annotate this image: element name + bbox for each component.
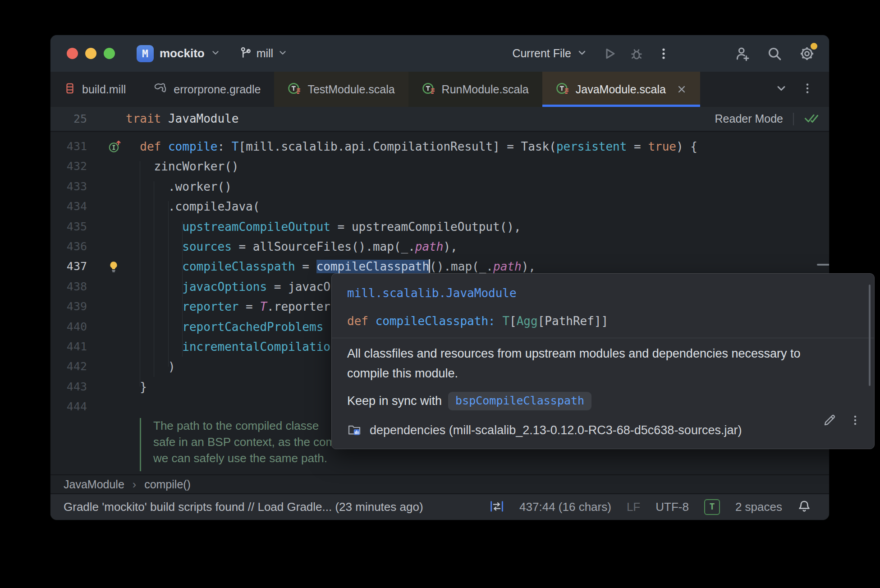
divider [332,338,874,338]
tab-build-mill[interactable]: build.mill [50,72,139,107]
status-message[interactable]: Gradle 'mockito' build scripts found // … [64,500,423,514]
project-widget[interactable]: M mockito [137,45,220,62]
notifications-bell-icon[interactable] [798,500,811,515]
doc-options-kebab-icon[interactable] [849,414,862,428]
line-number: 431 [50,137,87,156]
zoom-window-button[interactable] [104,48,115,59]
code-line[interactable]: 431 def compile: T[mill.scalalib.api.Com… [50,137,829,157]
code-text: incrementalCompilatio [126,337,330,357]
tab-javamodule-scala[interactable]: JavaModule.scala [542,72,700,107]
line-separator-value[interactable]: LF [627,500,640,514]
desktop-background: M mockito mill Current [0,0,880,588]
doc-popup-actions [823,413,862,429]
close-window-button[interactable] [67,48,78,59]
chevron-down-icon [211,48,220,60]
run-button[interactable] [599,43,620,64]
minimize-window-button[interactable] [85,48,96,59]
settings-notification-dot [809,41,819,51]
line-number: 444 [50,397,87,417]
breadcrumb: JavaModule › compile() [50,474,829,493]
breadcrumb-item-compile[interactable]: compile() [144,478,191,491]
editor-tabbar: build.mill errorprone.gradle [50,72,829,107]
more-actions-kebab-icon[interactable] [653,43,674,64]
doc-source-row[interactable]: dependencies (mill-scalalib_2.13-0.12.0-… [347,423,742,438]
file-encoding[interactable]: UTF-8 [655,500,689,514]
code-text: javacOptions = javacO [126,277,330,297]
tab-label: JavaModule.scala [576,83,666,96]
intention-bulb-icon[interactable] [107,260,120,275]
line-separator-transfer-icon[interactable] [490,500,504,514]
reader-mode-widget: Reader Mode [715,107,819,131]
window-controls [67,48,115,59]
doc-sync-row: Keep in sync with bspCompileClasspath [347,392,591,410]
run-configuration-name: Current File [512,47,571,60]
line-number: 440 [50,317,87,337]
doc-comment-line: The path to the compiled classe [153,419,319,433]
branch-name: mill [257,47,274,60]
line-number: 434 [50,197,87,216]
code-with-me-add-user-icon[interactable] [732,43,752,64]
tab-label: TestModule.scala [307,83,394,96]
tab-testmodule-scala[interactable]: TestModule.scala [274,72,408,107]
quick-documentation-popup[interactable]: mill.scalalib.JavaModule def compileClas… [331,273,875,449]
line-number: 436 [50,237,87,257]
breadcrumb-item-javamodule[interactable]: JavaModule [64,478,124,491]
tab-label: errorprone.gradle [174,83,261,96]
status-widgets: 437:44 (16 chars) LF UTF-8 T 2 spaces [490,499,811,515]
code-line[interactable]: 435 upstreamCompileOutput = upstreamComp… [50,217,829,237]
doc-comment-bar [140,418,141,471]
tab-label: RunModule.scala [442,83,529,96]
code-line[interactable]: 436 sources = allSourceFiles().map(_.pat… [50,237,829,257]
file-type-badge[interactable]: T [704,499,720,515]
doc-owner-link[interactable]: mill.scalalib.JavaModule [347,285,517,301]
sticky-lines-header[interactable]: 25 trait JavaModule Reader Mode [50,107,829,132]
edit-pencil-icon[interactable] [823,413,836,429]
settings-gear-icon[interactable] [797,43,817,64]
line-number: 432 [50,156,87,176]
code-text: .compileJava( [126,197,260,216]
code-line[interactable]: 432 zincWorker() [50,156,829,177]
scala-trait-icon [422,82,435,97]
line-number: 443 [50,377,87,397]
tab-options-kebab-icon[interactable] [801,82,814,96]
tab-list-chevron-icon[interactable] [775,82,788,96]
debug-button[interactable] [626,43,647,64]
close-tab-icon[interactable] [677,84,687,94]
code-line[interactable]: 434 .compileJava( [50,197,829,217]
reader-mode-check-icon[interactable] [804,112,819,126]
titlebar: M mockito mill Current [50,35,829,72]
code-line[interactable]: 433 .worker() [50,177,829,197]
line-number: 437 [50,257,87,276]
project-icon: M [137,45,154,62]
caret-position[interactable]: 437:44 (16 chars) [519,500,611,514]
chevron-down-icon [278,48,288,60]
indent-setting[interactable]: 2 spaces [735,500,782,514]
line-number: 441 [50,337,87,357]
divider [793,113,794,125]
reader-mode-label: Reader Mode [715,112,783,125]
gradle-elephant-icon [153,82,167,96]
code-text: .worker() [126,177,232,197]
vcs-branch-widget[interactable]: mill [239,46,288,61]
run-configuration-selector[interactable]: Current File [512,47,587,60]
mill-file-icon [64,82,76,97]
scrollbar-mark[interactable] [817,264,829,266]
line-number: 433 [50,177,87,197]
code-text: def compile: T[mill.scalalib.api.Compila… [126,137,697,156]
code-text: reportCachedProblems [126,317,330,337]
doc-signature: def compileClasspath: T[Agg[PathRef]] [347,313,608,329]
tab-errorprone-gradle[interactable]: errorprone.gradle [139,72,274,107]
doc-sync-text: Keep in sync with [347,394,442,408]
code-text: ) [126,357,175,377]
project-name: mockito [160,46,205,60]
search-everywhere-icon[interactable] [764,43,785,64]
code-text: upstreamCompileOutput = upstreamCompileO… [126,217,521,237]
bsp-compile-classpath-link[interactable]: bspCompileClasspath [448,392,591,410]
popup-scrollbar[interactable] [869,285,871,386]
tab-runmodule-scala[interactable]: RunModule.scala [408,72,542,107]
doc-comment-line: we can safely use the same path. [153,451,327,465]
sticky-line-number: 25 [50,107,87,131]
scala-trait-icon [288,82,301,97]
titlebar-right-icons [732,43,817,64]
overrides-gutter-icon[interactable] [107,139,122,156]
